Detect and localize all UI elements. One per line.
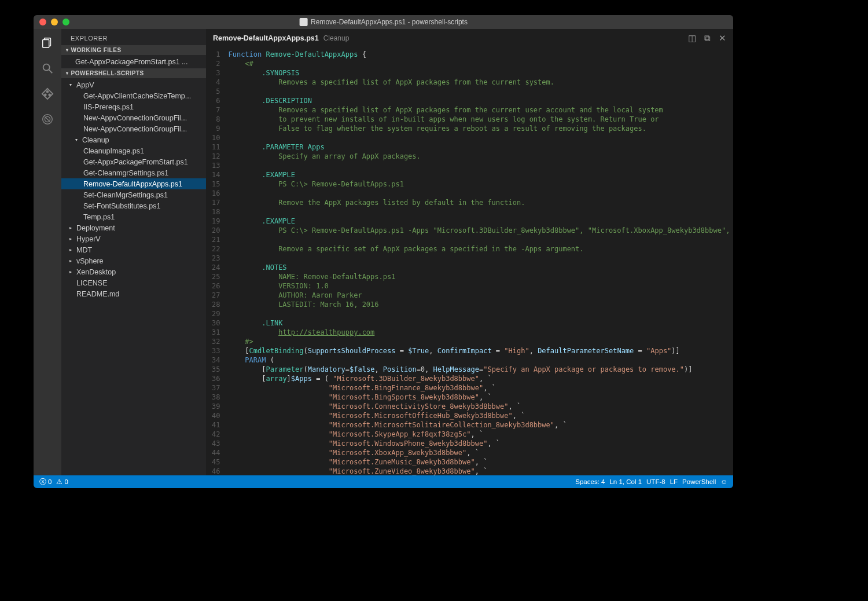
working-file-item[interactable]: Get-AppxPackageFromStart.ps1 ... [61,56,206,67]
chevron-right-icon: ▸ [69,247,74,252]
folder-item[interactable]: ▸XenDesktop [61,266,206,277]
working-files-label: WORKING FILES [71,47,122,53]
working-files-header[interactable]: ▾ WORKING FILES [61,45,206,55]
feedback-icon[interactable]: ☺ [720,478,727,485]
status-errors[interactable]: ⓧ 0 [39,478,52,486]
file-item[interactable]: Get-CleanmgrSettings.ps1 [61,167,206,178]
chevron-right-icon: ▸ [69,269,74,274]
folder-item[interactable]: ▸Deployment [61,222,206,233]
chevron-down-icon: ▾ [66,71,69,76]
file-item[interactable]: CleanupImage.ps1 [61,145,206,156]
chevron-right-icon: ▸ [69,258,74,263]
svg-point-6 [49,94,50,96]
close-window-button[interactable] [39,19,46,25]
statusbar-left: ⓧ 0 ⚠ 0 [39,478,68,486]
tree-label: XenDesktop [76,268,116,276]
tree-label: Deployment [76,224,115,232]
file-item[interactable]: README.md [61,288,206,299]
status-cursor-pos[interactable]: Ln 1, Col 1 [609,478,642,485]
file-item[interactable]: Get-AppxPackageFromStart.ps1 [61,156,206,167]
minimize-window-button[interactable] [51,19,58,25]
main-area: EXPLORER ▾ WORKING FILES Get-AppxPackage… [34,29,733,475]
svg-rect-1 [43,40,49,48]
tab-filename: Remove-DefaultAppxApps.ps1 [213,34,319,42]
status-eol[interactable]: LF [670,478,678,485]
code-area[interactable]: 1234567891011121314151617181920212223242… [206,47,733,475]
error-count: 0 [48,478,52,485]
file-item[interactable]: New-AppvConnectionGroupFil... [61,112,206,123]
debug-icon[interactable] [41,112,54,126]
window-title-text: Remove-DefaultAppxApps.ps1 - powershell-… [311,18,468,26]
project-header[interactable]: ▾ POWERSHELL-SCRIPTS [61,68,206,78]
svg-point-5 [45,94,46,96]
editor-area: Remove-DefaultAppxApps.ps1 Cleanup ◫ ⧉ ✕… [206,29,733,475]
code-content[interactable]: Function Remove-DefaultAppxApps { <# .SY… [228,47,733,475]
status-spaces[interactable]: Spaces: 4 [575,478,605,485]
sidebar-title: EXPLORER [61,29,206,45]
sidebar: EXPLORER ▾ WORKING FILES Get-AppxPackage… [61,29,206,475]
error-icon: ⓧ [39,478,46,486]
statusbar-right: Spaces: 4 Ln 1, Col 1 UTF-8 LF PowerShel… [575,478,727,485]
status-encoding[interactable]: UTF-8 [646,478,665,485]
tree-label: Cleanup [82,136,109,144]
tab-active[interactable]: Remove-DefaultAppxApps.ps1 Cleanup [213,34,349,42]
file-item[interactable]: Remove-DefaultAppxApps.ps1 [61,178,206,189]
traffic-lights [34,19,69,25]
tab-folder: Cleanup [323,34,350,42]
tree-label: vSphere [76,257,104,265]
status-language[interactable]: PowerShell [682,478,716,485]
svg-point-4 [47,91,49,93]
chevron-down-icon: ▾ [75,137,80,142]
tree-label: HyperV [76,235,101,243]
line-gutter: 1234567891011121314151617181920212223242… [206,47,228,475]
file-item[interactable]: Temp.ps1 [61,211,206,222]
tree-label: AppV [76,81,94,89]
split-editor-icon[interactable]: ◫ [688,33,696,43]
more-actions-icon[interactable]: ⧉ [704,33,711,43]
explorer-icon[interactable] [41,36,54,50]
search-icon[interactable] [41,61,54,75]
close-tab-icon[interactable]: ✕ [719,33,726,43]
titlebar[interactable]: Remove-DefaultAppxApps.ps1 - powershell-… [34,15,733,29]
folder-item[interactable]: ▸vSphere [61,255,206,266]
editor-window: Remove-DefaultAppxApps.ps1 - powershell-… [34,15,733,488]
statusbar: ⓧ 0 ⚠ 0 Spaces: 4 Ln 1, Col 1 UTF-8 LF P… [34,475,733,488]
file-item[interactable]: Get-AppvClientCacheSizeTemp... [61,90,206,101]
svg-point-2 [43,64,50,71]
folder-item[interactable]: ▾AppV [61,79,206,90]
file-item[interactable]: LICENSE [61,277,206,288]
maximize-window-button[interactable] [62,19,69,25]
file-icon [299,18,307,26]
window-title: Remove-DefaultAppxApps.ps1 - powershell-… [299,18,468,26]
status-warnings[interactable]: ⚠ 0 [56,478,68,486]
folder-item[interactable]: ▸MDT [61,244,206,255]
warning-count: 0 [64,478,68,485]
activity-bar [34,29,61,475]
svg-line-3 [49,70,53,74]
file-item[interactable]: IIS-Prereqs.ps1 [61,101,206,112]
tab-bar: Remove-DefaultAppxApps.ps1 Cleanup ◫ ⧉ ✕ [206,29,733,47]
git-icon[interactable] [41,87,54,101]
warning-icon: ⚠ [56,478,62,486]
tab-actions: ◫ ⧉ ✕ [688,33,726,43]
project-tree: ▾AppVGet-AppvClientCacheSizeTemp...IIS-P… [61,78,206,300]
tree-label: MDT [76,246,92,254]
chevron-down-icon: ▾ [66,47,69,53]
file-item[interactable]: Set-FontSubstitutes.ps1 [61,200,206,211]
file-item[interactable]: New-AppvConnectionGroupFil... [61,123,206,134]
folder-item[interactable]: ▸HyperV [61,233,206,244]
chevron-right-icon: ▸ [69,236,74,241]
folder-item[interactable]: ▾Cleanup [61,134,206,145]
working-files-tree: Get-AppxPackageFromStart.ps1 ... [61,55,206,68]
file-item[interactable]: Set-CleanMgrSettings.ps1 [61,189,206,200]
chevron-down-icon: ▾ [69,82,74,87]
project-label: POWERSHELL-SCRIPTS [71,70,144,76]
chevron-right-icon: ▸ [69,225,74,230]
